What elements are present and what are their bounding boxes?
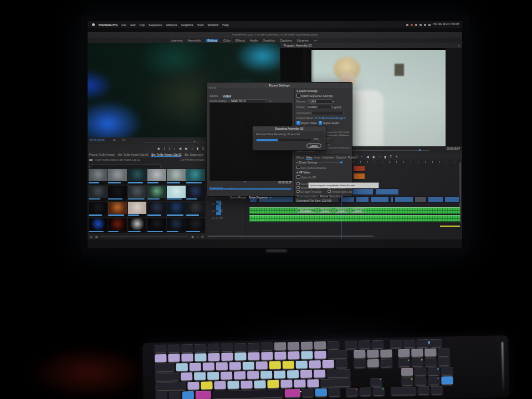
keyboard-key[interactable] [428, 367, 439, 375]
keyboard-key[interactable] [441, 376, 453, 384]
source-transport-button-6[interactable]: › [192, 147, 193, 150]
keyboard-key[interactable] [294, 380, 305, 387]
keyboard-key[interactable] [155, 354, 166, 362]
track-header-a3[interactable]: A3 [206, 214, 250, 222]
workspace-tab-libraries[interactable]: Libraries [297, 39, 309, 42]
keyboard-key[interactable] [267, 380, 279, 388]
encoding-cancel-button[interactable]: Cancel [306, 144, 321, 148]
icon-view-icon[interactable]: ▦ [95, 235, 98, 238]
keyboard-key[interactable] [372, 340, 383, 348]
export-button[interactable]: Export [334, 208, 349, 213]
keyboard-key[interactable] [216, 362, 228, 370]
panel-menu-icon[interactable]: ≡ [458, 44, 460, 48]
control-center-icon[interactable] [428, 24, 431, 26]
keyframe-dot[interactable] [337, 220, 338, 221]
option-tab-effects[interactable]: Effects [296, 156, 304, 159]
clip-thumbnail[interactable] [147, 186, 166, 201]
keyboard-key[interactable] [329, 388, 340, 396]
clip-thumbnail[interactable] [128, 186, 147, 201]
wifi-icon[interactable] [415, 24, 417, 26]
keyboard-key[interactable] [354, 350, 365, 358]
keyboard-key[interactable] [302, 388, 314, 396]
keyboard-key[interactable] [309, 360, 321, 368]
clip-thumbnail[interactable] [147, 169, 166, 185]
video-clip-v2[interactable] [376, 188, 399, 195]
clip-thumbnail[interactable] [186, 186, 205, 201]
keyboard-key[interactable] [288, 342, 299, 350]
track-lock-icon[interactable] [216, 210, 218, 212]
keyboard-key[interactable] [190, 363, 201, 371]
checkbox-icon[interactable] [296, 186, 300, 190]
keyboard-key[interactable] [283, 361, 294, 369]
keyboard-key[interactable] [208, 344, 219, 351]
option-tab-publish[interactable]: Publish [348, 156, 356, 159]
keyboard-key[interactable] [346, 388, 358, 396]
preview-playhead-marker[interactable]: ▼ [244, 181, 246, 184]
keyboard-key[interactable] [229, 362, 241, 370]
source-timecode[interactable]: 00:00:28:08 [90, 139, 104, 142]
keyboard-key[interactable] [221, 344, 233, 351]
source-zoom-select[interactable]: Fit [113, 140, 116, 142]
clip-thumbnail[interactable] [147, 202, 166, 217]
comments-input[interactable] [311, 111, 344, 115]
menu-item-graphics[interactable]: Graphics [181, 23, 193, 27]
track-lock-icon[interactable] [216, 217, 218, 219]
source-transport-button-0[interactable]: ◆ [157, 146, 160, 150]
time-interpolation-select[interactable]: Frame Sampling [320, 195, 341, 198]
menu-item-help[interactable]: Help [222, 23, 228, 27]
keyboard-key[interactable] [307, 379, 319, 387]
keyboard-key[interactable] [424, 349, 436, 356]
keyboard-key[interactable] [280, 380, 292, 387]
track-toggle-icon[interactable] [212, 203, 214, 205]
option-tab-video[interactable]: Video [306, 156, 313, 160]
project-tab[interactable]: Mix: To Be Known Clip 02 [118, 154, 149, 156]
clip-thumbnail[interactable] [108, 202, 127, 217]
keyboard-key[interactable] [176, 363, 188, 371]
keyboard-key[interactable] [260, 371, 272, 378]
keyboard-key[interactable] [241, 381, 252, 388]
keyboard-key[interactable] [187, 382, 199, 390]
keyboard-key[interactable] [314, 351, 326, 359]
menu-item-markers[interactable]: Markers [166, 23, 177, 27]
program-transport-button-4[interactable]: ◀ [366, 155, 369, 158]
keyboard-key[interactable] [345, 341, 357, 349]
keyframe-dot[interactable] [260, 212, 262, 213]
video-clip-v1[interactable] [356, 196, 369, 203]
keyboard-key[interactable] [254, 380, 265, 388]
keyboard-key[interactable] [169, 392, 181, 399]
source-transport-button-3[interactable]: ‹ [174, 147, 175, 150]
keyboard-key[interactable] [301, 341, 313, 349]
keyboard-key[interactable] [300, 370, 312, 378]
menu-item-edit[interactable]: Edit [130, 23, 135, 27]
keyboard-key[interactable] [411, 349, 423, 356]
program-transport-button-8[interactable]: ≡ [390, 155, 392, 158]
work-area-range-bar[interactable] [209, 188, 291, 190]
clip-thumbnail[interactable] [167, 169, 186, 185]
checkbox-icon[interactable] [296, 182, 300, 186]
workspace-tab-learning[interactable]: Learning [171, 39, 182, 42]
workspace-overflow-chevron[interactable]: >> [314, 39, 317, 42]
source-transport-button-2[interactable]: } [169, 147, 170, 150]
keyboard-key[interactable] [336, 360, 347, 367]
clip-thumbnail[interactable] [128, 218, 147, 234]
clip-thumbnail[interactable] [167, 202, 186, 217]
keyboard-key[interactable] [354, 360, 365, 367]
keyboard-key[interactable] [221, 353, 233, 361]
keyboard-key[interactable] [221, 372, 232, 380]
keyframe-dot[interactable] [286, 212, 287, 213]
video-clip-v1[interactable] [390, 196, 393, 203]
track-header-a2[interactable]: A2 [206, 207, 250, 214]
keyboard-key[interactable] [415, 367, 426, 375]
preset-select[interactable]: Custom [306, 105, 331, 109]
keyboard-key[interactable] [243, 362, 254, 370]
source-playback-resolution[interactable]: 1/2 [122, 140, 125, 142]
new-item-icon[interactable]: + [197, 235, 198, 238]
battery-icon[interactable] [420, 24, 422, 26]
track-lock-icon[interactable] [216, 203, 218, 205]
menu-item-sequence[interactable]: Sequence [149, 23, 162, 27]
video-clip-v1[interactable] [370, 196, 389, 203]
track-toggle-icon[interactable] [212, 210, 214, 212]
keyboard-key[interactable] [287, 370, 299, 378]
workspace-tab-effects[interactable]: Effects [236, 39, 245, 42]
keyframe-dot[interactable] [388, 212, 389, 213]
